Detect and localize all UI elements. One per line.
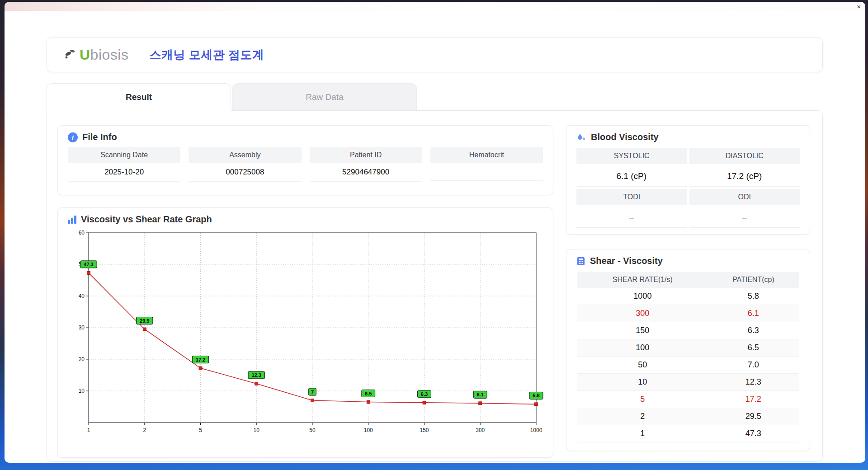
col-header-shear-rate: SHEAR RATE(1/s) — [577, 272, 708, 288]
svg-text:100: 100 — [364, 427, 373, 433]
shear-cell: 1 — [577, 425, 708, 442]
field-label-scanning-date: Scanning Date — [68, 147, 180, 163]
shear-viscosity-table: SHEAR RATE(1/s) PATIENT(cp) 10005.8 3006… — [577, 272, 799, 442]
svg-text:29.5: 29.5 — [140, 318, 149, 324]
svg-text:60: 60 — [79, 230, 85, 236]
svg-text:5.8: 5.8 — [533, 393, 539, 398]
content-panel: i File Info Scanning Date 2025-10-20 Ass… — [47, 110, 823, 462]
file-info-title-row: i File Info — [58, 126, 553, 146]
app-window: × Ubiosis 스캐닝 모세관 점도계 Result Raw Data — [5, 2, 865, 463]
shear-cell: 10 — [577, 374, 708, 391]
svg-text:10: 10 — [79, 388, 85, 394]
viscosity-chart: 1020304050601251050100150300100047.329.5… — [58, 228, 553, 442]
field-value-scanning-date: 2025-10-20 — [68, 163, 180, 182]
todi-label: TODI — [576, 189, 687, 205]
shear-cell: 100 — [577, 339, 708, 357]
file-info-card: i File Info Scanning Date 2025-10-20 Ass… — [57, 125, 553, 195]
main-area: Ubiosis 스캐닝 모세관 점도계 Result Raw Data i Fi… — [47, 37, 823, 462]
patient-cell: 7.0 — [708, 357, 799, 374]
table-row: 10005.8 — [577, 288, 799, 305]
svg-text:40: 40 — [79, 293, 85, 299]
shear-viscosity-title-row: Shear - Viscosity — [566, 249, 810, 270]
patient-cell: 5.8 — [708, 288, 799, 305]
left-column: i File Info Scanning Date 2025-10-20 Ass… — [57, 125, 553, 461]
app-header: Ubiosis 스캐닝 모세관 점도계 — [47, 37, 823, 72]
shear-viscosity-card: Shear - Viscosity SHEAR RATE(1/s) PATIEN… — [566, 249, 810, 451]
tab-raw-data[interactable]: Raw Data — [232, 83, 417, 110]
ubiosis-logo: Ubiosis — [64, 47, 128, 63]
viscosity-graph-card: Viscosity vs Shear Rate Graph 1020304050… — [57, 207, 553, 458]
systolic-value: 6.1 (cP) — [576, 166, 687, 187]
svg-text:5: 5 — [199, 427, 202, 433]
svg-text:47.3: 47.3 — [84, 262, 93, 267]
odi-label: ODI — [689, 189, 800, 205]
svg-text:6.3: 6.3 — [421, 391, 428, 397]
svg-text:1000: 1000 — [530, 427, 542, 433]
field-label-hematocrit: Hematocrit — [430, 147, 543, 163]
window-titlebar: × — [5, 2, 865, 11]
logo-text-u: U — [80, 47, 90, 63]
svg-text:300: 300 — [476, 427, 485, 433]
shear-cell: 300 — [577, 305, 708, 322]
svg-text:7: 7 — [311, 389, 314, 395]
close-icon[interactable]: × — [857, 3, 861, 10]
table-row: 1006.5 — [577, 339, 799, 357]
patient-cell: 6.1 — [708, 305, 799, 322]
svg-text:30: 30 — [79, 324, 85, 331]
svg-text:1: 1 — [87, 427, 90, 433]
svg-text:20: 20 — [79, 356, 85, 362]
tab-result[interactable]: Result — [47, 83, 231, 111]
graph-title: Viscosity vs Shear Rate Graph — [81, 214, 212, 225]
svg-text:6.5: 6.5 — [365, 391, 372, 396]
shear-cell: 1000 — [577, 288, 708, 305]
patient-cell: 29.5 — [708, 408, 799, 425]
svg-text:10: 10 — [254, 427, 260, 433]
viscosity-chart-svg: 1020304050601251050100150300100047.329.5… — [68, 228, 544, 441]
patient-cell: 17.2 — [708, 391, 799, 408]
logo-text-rest: biosis — [90, 47, 129, 63]
diastolic-value: 17.2 (cP) — [689, 166, 800, 187]
svg-text:6.1: 6.1 — [477, 392, 484, 397]
calculator-icon — [576, 257, 585, 266]
field-value-hematocrit — [430, 163, 543, 181]
field-label-assembly: Assembly — [189, 147, 301, 163]
right-column: Blood Viscosity SYSTOLIC DIASTOLIC 6.1 (… — [566, 125, 810, 461]
col-header-patient: PATIENT(cp) — [708, 272, 799, 288]
svg-text:17.2: 17.2 — [196, 357, 205, 362]
table-row: 229.5 — [577, 408, 799, 425]
systolic-label: SYSTOLIC — [576, 148, 687, 164]
shear-cell: 150 — [577, 322, 708, 339]
field-value-assembly: 000725008 — [189, 163, 301, 182]
odi-value: – — [689, 207, 800, 228]
svg-text:50: 50 — [309, 427, 316, 433]
field-value-patient-id: 52904647900 — [310, 163, 422, 182]
file-info-title: File Info — [82, 132, 117, 142]
shear-cell: 50 — [577, 357, 708, 374]
shear-cell: 2 — [577, 408, 708, 425]
bar-chart-icon — [68, 216, 76, 224]
blood-viscosity-title-row: Blood Viscosity — [566, 126, 810, 146]
shear-cell: 5 — [577, 391, 708, 408]
table-row: 147.3 — [577, 425, 799, 442]
shear-viscosity-title: Shear - Viscosity — [590, 256, 663, 266]
field-label-patient-id: Patient ID — [310, 147, 422, 163]
table-row: 3006.1 — [577, 305, 799, 322]
table-row: 517.2 — [577, 391, 799, 408]
table-header-row: SHEAR RATE(1/s) PATIENT(cp) — [577, 272, 799, 288]
graph-title-row: Viscosity vs Shear Rate Graph — [58, 208, 553, 228]
todi-value: – — [576, 207, 687, 228]
logo-leaves-icon — [64, 48, 78, 63]
blood-viscosity-card: Blood Viscosity SYSTOLIC DIASTOLIC 6.1 (… — [566, 125, 810, 235]
diastolic-label: DIASTOLIC — [689, 148, 800, 164]
patient-cell: 12.3 — [708, 374, 799, 391]
patient-cell: 6.3 — [708, 322, 799, 339]
blood-viscosity-title: Blood Viscosity — [591, 132, 659, 142]
info-icon: i — [68, 132, 78, 142]
patient-cell: 6.5 — [708, 339, 799, 357]
tab-bar: Result Raw Data — [47, 83, 823, 110]
svg-text:12.3: 12.3 — [252, 372, 261, 378]
page-title: 스캐닝 모세관 점도계 — [149, 47, 264, 63]
blood-viscosity-table: SYSTOLIC DIASTOLIC 6.1 (cP) 17.2 (cP) TO… — [566, 146, 810, 228]
water-drop-icon — [576, 132, 586, 142]
table-row: 507.0 — [577, 357, 799, 374]
